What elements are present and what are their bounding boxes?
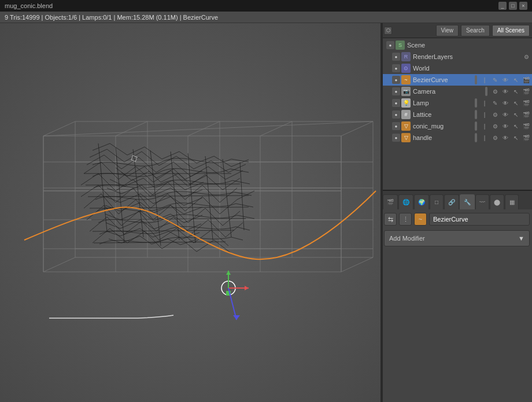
titlebar: mug_conic.blend _ □ ×: [0, 0, 532, 12]
visibility-eye-bezier[interactable]: ●: [392, 76, 400, 84]
separator: [475, 110, 477, 119]
outliner-icon-btn[interactable]: ⬡: [384, 27, 392, 35]
camera-eye[interactable]: 👁: [501, 87, 510, 96]
outliner-item-lattice[interactable]: ● # Lattice | ⚙ 👁 ↖ 🎬: [382, 109, 532, 120]
outliner-header: ⬡ View Search All Scenes: [382, 23, 532, 38]
renderlayers-label: RenderLayers: [413, 53, 522, 60]
object-arrows-btn[interactable]: ⇆: [384, 213, 397, 226]
scene-label: Scene: [407, 42, 531, 49]
outliner-item-handle[interactable]: ● ▽ handle | ⚙ 👁 ↖ 🎬: [382, 132, 532, 143]
world-icon: ⊙: [401, 64, 411, 73]
separator: [475, 75, 477, 84]
outliner-item-conic-mug[interactable]: ● ▽ conic_mug | ⚙ 👁 ↖ 🎬: [382, 120, 532, 132]
lattice-settings[interactable]: ⚙: [490, 110, 500, 119]
properties-panel: 🎬 🌐 🌍 □ 🔗 🔧 〰 ⬤ ▦ ⇆ ⋮ ~ BezierCurve Add …: [382, 191, 532, 402]
all-scenes-button[interactable]: All Scenes: [492, 25, 530, 36]
tab-scene[interactable]: 🌐: [398, 194, 413, 209]
lamp-settings[interactable]: ✎: [490, 98, 500, 108]
visibility-eye-camera[interactable]: ●: [392, 87, 400, 95]
camera-label: Camera: [413, 88, 483, 95]
maximize-button[interactable]: □: [509, 2, 517, 10]
add-modifier-button[interactable]: Add Modifier ▼: [384, 230, 530, 246]
infobar-text: 9 Tris:14999 | Objects:1/6 | Lamps:0/1 |…: [5, 14, 218, 21]
tab-render[interactable]: 🎬: [383, 194, 398, 209]
add-modifier-label: Add Modifier: [389, 235, 425, 242]
separator: [475, 121, 477, 131]
camera-cursor[interactable]: ↖: [511, 87, 520, 96]
renderlayers-icon: R: [401, 52, 411, 61]
tab-modifiers[interactable]: 🔧: [460, 194, 475, 209]
handle-cursor[interactable]: ↖: [511, 133, 520, 142]
outliner-item-lamp[interactable]: ● 💡 Lamp | ✎ 👁 ↖ 🎬: [382, 97, 532, 109]
lamp-restrict[interactable]: |: [480, 98, 489, 108]
conic-mug-cursor[interactable]: ↖: [511, 121, 520, 131]
lattice-restrict[interactable]: |: [480, 110, 489, 119]
outliner-item-beziercurve[interactable]: ● ~ BezierCurve | ✎ 👁 ↖ 🎬: [382, 74, 532, 86]
lattice-cursor[interactable]: ↖: [511, 110, 520, 119]
tab-object[interactable]: □: [430, 194, 444, 209]
bezier-render[interactable]: 🎬: [522, 75, 531, 84]
visibility-eye-renderlayers[interactable]: ●: [392, 53, 400, 61]
outliner-item-world[interactable]: ● ⊙ World: [382, 62, 532, 74]
minimize-button[interactable]: _: [498, 2, 507, 10]
separator: [475, 98, 477, 108]
tab-world[interactable]: 🌍: [414, 194, 429, 209]
outliner-item-camera[interactable]: ● 📷 Camera ⚙ 👁 ↖ 🎬: [382, 86, 532, 97]
conic-mug-eye[interactable]: 👁: [501, 121, 510, 131]
view-button[interactable]: View: [436, 25, 459, 36]
camera-settings[interactable]: ⚙: [490, 87, 500, 96]
bezier-restrict[interactable]: |: [480, 75, 489, 84]
tab-texture[interactable]: ▦: [505, 194, 519, 209]
visibility-eye-world[interactable]: ●: [392, 64, 400, 72]
properties-content: ⇆ ⋮ ~ BezierCurve Add Modifier ▼: [382, 209, 532, 402]
curve-icon: ~: [401, 75, 411, 84]
lamp-cursor[interactable]: ↖: [511, 98, 520, 108]
conic-mug-render[interactable]: 🎬: [522, 121, 531, 131]
handle-label: handle: [413, 134, 473, 141]
conic-mug-restrict[interactable]: |: [480, 121, 489, 131]
viewport-3d[interactable]: [0, 23, 382, 402]
bezier-actions: | ✎ 👁 ↖ 🎬: [473, 75, 531, 84]
lamp-render[interactable]: 🎬: [522, 98, 531, 108]
lamp-icon: 💡: [401, 98, 411, 108]
visibility-eye-scene[interactable]: ●: [386, 41, 394, 49]
visibility-eye-lattice[interactable]: ●: [392, 110, 400, 119]
handle-restrict[interactable]: |: [480, 133, 489, 142]
bezier-settings[interactable]: ✎: [490, 75, 500, 84]
bezier-eye[interactable]: 👁: [501, 75, 510, 84]
search-button[interactable]: Search: [461, 25, 490, 36]
tab-material[interactable]: ⬤: [490, 194, 504, 209]
handle-icon: ▽: [401, 133, 411, 142]
separator: [485, 87, 487, 96]
visibility-eye-lamp[interactable]: ●: [392, 99, 400, 107]
bezier-cursor[interactable]: ↖: [511, 75, 520, 84]
object-type-icon: ~: [414, 213, 427, 226]
window-controls: _ □ ×: [498, 2, 527, 10]
right-panel: ⬡ View Search All Scenes ● S Scene ● R R…: [382, 23, 532, 402]
renderlayers-settings[interactable]: ⚙: [522, 52, 531, 61]
handle-render[interactable]: 🎬: [522, 133, 531, 142]
lattice-icon: #: [401, 110, 411, 119]
camera-icon: 📷: [401, 87, 411, 96]
viewport-resize-handle[interactable]: [380, 23, 383, 402]
object-tree-btn[interactable]: ⋮: [399, 213, 412, 226]
handle-settings[interactable]: ⚙: [490, 133, 500, 142]
close-button[interactable]: ×: [519, 2, 527, 10]
outliner-item-renderlayers[interactable]: ● R RenderLayers ⚙: [382, 51, 532, 62]
tab-constraints[interactable]: 🔗: [444, 194, 459, 209]
handle-eye[interactable]: 👁: [501, 133, 510, 142]
outliner-item-scene[interactable]: ● S Scene: [382, 39, 532, 51]
scene-svg: [0, 23, 382, 402]
beziercurve-label: BezierCurve: [413, 76, 473, 83]
visibility-eye-conic-mug[interactable]: ●: [392, 122, 400, 130]
lamp-eye[interactable]: 👁: [501, 98, 510, 108]
properties-object-row: ⇆ ⋮ ~ BezierCurve: [384, 213, 530, 226]
lattice-render[interactable]: 🎬: [522, 110, 531, 119]
lattice-eye[interactable]: 👁: [501, 110, 510, 119]
camera-render[interactable]: 🎬: [522, 87, 531, 96]
visibility-eye-handle[interactable]: ●: [392, 134, 400, 142]
conic-mug-settings[interactable]: ⚙: [490, 121, 500, 131]
tab-data[interactable]: 〰: [475, 194, 489, 209]
scene-icon: S: [396, 40, 405, 50]
handle-actions: | ⚙ 👁 ↖ 🎬: [473, 133, 531, 142]
